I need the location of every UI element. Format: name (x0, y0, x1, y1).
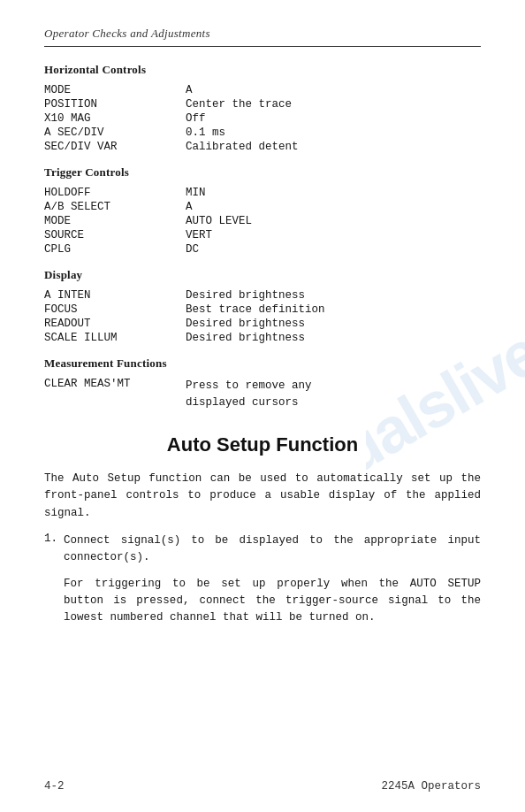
control-value: A (186, 84, 481, 96)
control-label: SEC/DIV VAR (44, 141, 186, 153)
auto-setup-heading: Auto Setup Function (44, 433, 481, 456)
table-row: READOUT Desired brightness (44, 318, 481, 330)
table-row: X10 MAG Off (44, 112, 481, 125)
control-label: SCALE ILLUM (44, 332, 186, 344)
step-number: 1. (44, 532, 64, 567)
step-text: Connect signal(s) to be displayed to the… (64, 532, 481, 567)
page: manualslive.com Operator Checks and Adju… (0, 0, 525, 812)
control-value: MIN (186, 187, 481, 199)
control-value: AUTO LEVEL (186, 215, 481, 227)
control-value: Press to remove anydisplayed cursors (186, 378, 481, 412)
control-value: Desired brightness (186, 318, 481, 330)
control-label: CLEAR MEAS'MT (44, 378, 186, 390)
control-label: HOLDOFF (44, 187, 186, 199)
control-label: A INTEN (44, 289, 186, 302)
control-value: VERT (186, 229, 481, 241)
table-row: A INTEN Desired brightness (44, 289, 481, 302)
control-label: POSITION (44, 98, 186, 111)
control-value: Calibrated detent (186, 141, 481, 153)
control-value: Desired brightness (186, 289, 481, 302)
table-row: SOURCE VERT (44, 229, 481, 241)
trigger-controls-heading: Trigger Controls (44, 165, 481, 180)
table-row: A SEC/DIV 0.1 ms (44, 126, 481, 139)
header-title: Operator Checks and Adjustments (44, 27, 210, 40)
control-label: A/B SELECT (44, 201, 186, 213)
control-label: FOCUS (44, 303, 186, 316)
control-value: Off (186, 112, 481, 125)
footer-page-number: 4-2 (44, 780, 65, 793)
control-value: Center the trace (186, 98, 481, 111)
auto-setup-intro: The Auto Setup function can be used to a… (44, 471, 481, 522)
footer-document-title: 2245A Operators (381, 780, 481, 793)
horizontal-controls-heading: Horizontal Controls (44, 63, 481, 77)
trigger-controls-table: HOLDOFF MIN A/B SELECT A MODE AUTO LEVEL… (44, 187, 481, 256)
control-label: A SEC/DIV (44, 126, 186, 139)
measurement-functions-section: Measurement Functions CLEAR MEAS'MT Pres… (44, 356, 481, 412)
table-row: SEC/DIV VAR Calibrated detent (44, 141, 481, 153)
table-row: POSITION Center the trace (44, 98, 481, 111)
control-value: Desired brightness (186, 332, 481, 344)
table-row: SCALE ILLUM Desired brightness (44, 332, 481, 344)
control-label: CPLG (44, 243, 186, 256)
control-label: SOURCE (44, 229, 186, 241)
table-row: MODE A (44, 84, 481, 96)
triggering-note: For triggering to be set up properly whe… (64, 576, 481, 627)
control-label: X10 MAG (44, 112, 186, 125)
display-heading: Display (44, 268, 481, 282)
display-section: Display A INTEN Desired brightness FOCUS… (44, 268, 481, 344)
control-value: 0.1 ms (186, 126, 481, 139)
table-row: CLEAR MEAS'MT Press to remove anydisplay… (44, 378, 481, 412)
control-value: DC (186, 243, 481, 256)
page-header: Operator Checks and Adjustments (44, 27, 481, 47)
list-item: 1. Connect signal(s) to be displayed to … (44, 532, 481, 567)
control-value: A (186, 201, 481, 213)
display-table: A INTEN Desired brightness FOCUS Best tr… (44, 289, 481, 344)
page-footer: 4-2 2245A Operators (44, 780, 481, 793)
horizontal-controls-section: Horizontal Controls MODE A POSITION Cent… (44, 63, 481, 153)
control-label: MODE (44, 84, 186, 96)
table-row: A/B SELECT A (44, 201, 481, 213)
measurement-functions-heading: Measurement Functions (44, 356, 481, 371)
table-row: FOCUS Best trace definition (44, 303, 481, 316)
control-label: MODE (44, 215, 186, 227)
table-row: CPLG DC (44, 243, 481, 256)
control-value: Best trace definition (186, 303, 481, 316)
control-label: READOUT (44, 318, 186, 330)
horizontal-controls-table: MODE A POSITION Center the trace X10 MAG… (44, 84, 481, 153)
table-row: HOLDOFF MIN (44, 187, 481, 199)
trigger-controls-section: Trigger Controls HOLDOFF MIN A/B SELECT … (44, 165, 481, 256)
table-row: MODE AUTO LEVEL (44, 215, 481, 227)
